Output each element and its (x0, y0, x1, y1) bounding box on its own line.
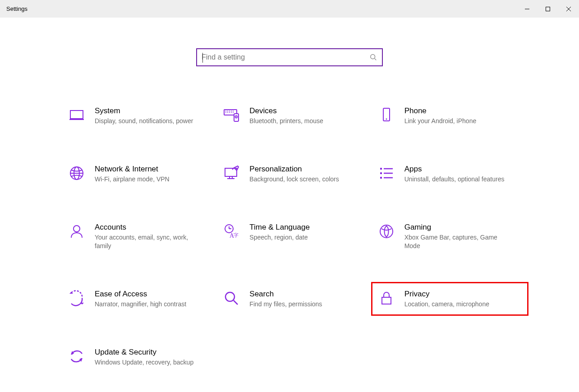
category-title: Search (249, 289, 322, 299)
category-gaming[interactable]: Gaming Xbox Game Bar, captures, Game Mod… (378, 220, 519, 253)
category-personalization[interactable]: Personalization Background, lock screen,… (223, 161, 364, 186)
category-title: Gaming (404, 222, 508, 232)
minimize-button[interactable] (517, 0, 538, 18)
search-category-icon (223, 290, 239, 306)
svg-rect-34 (380, 177, 382, 179)
search-box[interactable] (196, 48, 383, 66)
category-title: Update & Security (95, 347, 193, 357)
maximize-button[interactable] (538, 0, 558, 18)
category-desc: Find my files, permissions (249, 300, 322, 309)
time-language-icon: A 字 (223, 223, 239, 240)
category-desc: Display, sound, notifications, power (95, 117, 193, 125)
privacy-icon (378, 290, 395, 306)
category-search[interactable]: Search Find my files, permissions (223, 286, 364, 311)
category-desc: Speech, region, date (249, 233, 310, 242)
accounts-icon (69, 223, 85, 240)
minimize-icon (524, 6, 530, 12)
phone-icon (378, 107, 395, 123)
category-devices[interactable]: Devices Bluetooth, printers, mouse (223, 103, 364, 128)
category-desc: Location, camera, microphone (404, 300, 489, 309)
category-title: Privacy (404, 289, 489, 299)
svg-point-44 (380, 225, 393, 238)
svg-point-4 (371, 55, 375, 59)
category-title: Accounts (95, 222, 198, 232)
category-time-language[interactable]: A 字 Time & Language Speech, region, date (223, 220, 364, 253)
svg-rect-6 (70, 111, 83, 119)
svg-rect-33 (380, 172, 382, 174)
category-title: Apps (404, 164, 505, 174)
category-desc: Xbox Game Bar, captures, Game Mode (404, 233, 508, 250)
category-system[interactable]: System Display, sound, notifications, po… (69, 103, 210, 128)
content-area: System Display, sound, notifications, po… (0, 18, 579, 369)
apps-icon (378, 165, 395, 181)
category-title: Personalization (249, 164, 339, 174)
text-cursor (202, 53, 203, 63)
category-phone[interactable]: Phone Link your Android, iPhone (378, 103, 519, 128)
titlebar: Settings (0, 0, 579, 18)
category-desc: Bluetooth, printers, mouse (249, 117, 323, 125)
gaming-icon (378, 223, 395, 240)
search-icon (369, 53, 377, 61)
svg-rect-32 (380, 168, 382, 170)
category-title: System (95, 106, 193, 116)
category-network[interactable]: Network & Internet Wi-Fi, airplane mode,… (69, 161, 210, 186)
category-desc: Windows Update, recovery, backup (95, 358, 193, 367)
svg-rect-49 (382, 297, 391, 304)
category-title: Ease of Access (95, 289, 186, 299)
category-accounts[interactable]: Accounts Your accounts, email, sync, wor… (69, 220, 210, 253)
category-desc: Link your Android, iPhone (404, 117, 477, 125)
svg-point-23 (386, 119, 387, 120)
svg-point-47 (225, 292, 234, 301)
svg-line-5 (375, 59, 377, 60)
svg-point-21 (236, 116, 237, 117)
category-desc: Background, lock screen, colors (249, 175, 339, 184)
category-desc: Narrator, magnifier, high contrast (95, 300, 186, 309)
system-icon (69, 107, 85, 123)
window-title: Settings (6, 5, 28, 12)
category-update-security[interactable]: Update & Security Windows Update, recove… (69, 345, 210, 369)
personalization-icon (223, 165, 239, 181)
category-desc: Wi-Fi, airplane mode, VPN (95, 175, 170, 184)
category-ease-of-access[interactable]: Ease of Access Narrator, magnifier, high… (69, 286, 210, 311)
category-title: Time & Language (249, 222, 310, 232)
svg-rect-19 (234, 114, 239, 121)
maximize-icon (545, 6, 551, 12)
category-title: Phone (404, 106, 477, 116)
svg-point-38 (74, 226, 80, 232)
category-desc: Your accounts, email, sync, work, family (95, 233, 198, 250)
network-icon (69, 165, 85, 181)
window-controls (517, 0, 579, 18)
category-title: Devices (249, 106, 323, 116)
ease-of-access-icon (69, 290, 85, 306)
svg-rect-1 (546, 7, 550, 11)
close-button[interactable] (558, 0, 579, 18)
category-desc: Uninstall, defaults, optional features (404, 175, 505, 184)
svg-rect-27 (225, 168, 237, 176)
categories-grid: System Display, sound, notifications, po… (60, 103, 519, 369)
search-input[interactable] (202, 53, 369, 61)
category-title: Network & Internet (95, 164, 170, 174)
close-icon (566, 6, 571, 12)
update-security-icon (69, 348, 85, 364)
devices-icon (223, 107, 239, 123)
category-apps[interactable]: Apps Uninstall, defaults, optional featu… (378, 161, 519, 186)
category-privacy[interactable]: Privacy Location, camera, microphone (372, 283, 528, 315)
svg-line-48 (234, 300, 238, 304)
svg-text:字: 字 (234, 232, 239, 238)
